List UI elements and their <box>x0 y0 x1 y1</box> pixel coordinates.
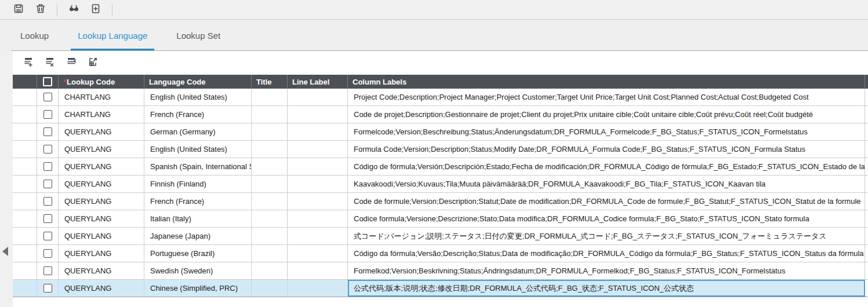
row-handle[interactable] <box>13 123 37 140</box>
row-handle[interactable] <box>13 193 37 210</box>
cell-language-code[interactable]: French (France) <box>144 106 252 123</box>
row-handle[interactable] <box>13 280 37 297</box>
row-checkbox[interactable] <box>43 162 52 171</box>
table-row[interactable]: QUERYLANG Swedish (Sweden) Formelkod;Ver… <box>13 262 868 280</box>
row-checkbox-cell[interactable] <box>37 193 59 210</box>
cell-lookup-code[interactable]: QUERYLANG <box>59 158 144 175</box>
cell-column-labels[interactable]: 公式代码;版本;说明;状态;修改日期;DR_FORMULA_公式代码;F_BG_… <box>348 280 865 297</box>
row-checkbox[interactable] <box>43 232 52 240</box>
cell-line-label[interactable] <box>288 106 348 123</box>
cell-column-labels[interactable]: Código de fórmula;Versión;Descripción;Es… <box>348 158 865 175</box>
delete-button[interactable] <box>35 4 46 16</box>
row-checkbox[interactable] <box>43 110 52 119</box>
cell-column-labels[interactable]: Code de projet;Description;Gestionnaire … <box>348 106 865 123</box>
row-checkbox-cell[interactable] <box>37 245 59 262</box>
row-checkbox[interactable] <box>43 284 52 293</box>
table-row[interactable]: QUERYLANG German (Germany) Formelcode;Ve… <box>13 123 868 141</box>
cell-language-code[interactable]: English (United States) <box>144 89 252 105</box>
row-checkbox[interactable] <box>43 197 52 206</box>
row-checkbox-cell[interactable] <box>37 89 59 105</box>
table-row[interactable]: QUERYLANG Finnish (Finland) Kaavakoodi;V… <box>13 176 868 193</box>
cell-title[interactable] <box>252 228 288 244</box>
row-handle[interactable] <box>13 158 37 175</box>
row-checkbox-cell[interactable] <box>37 280 59 297</box>
cell-language-code[interactable]: English (United States) <box>144 141 252 158</box>
cell-title[interactable] <box>252 141 288 158</box>
cell-lookup-code[interactable]: QUERYLANG <box>59 210 144 227</box>
column-header-title[interactable]: Title <box>252 75 288 89</box>
row-checkbox-cell[interactable] <box>37 210 59 227</box>
row-handle[interactable] <box>13 262 37 279</box>
cell-column-labels[interactable]: Formula Code;Version;Description;Status;… <box>348 141 865 158</box>
cell-lookup-code[interactable]: QUERYLANG <box>59 193 144 210</box>
cell-title[interactable] <box>252 106 288 123</box>
table-row[interactable]: QUERYLANG Chinese (Simplified, PRC) 公式代码… <box>13 280 868 297</box>
revert-row-button[interactable] <box>66 57 78 70</box>
cell-title[interactable] <box>252 245 288 262</box>
row-checkbox-cell[interactable] <box>37 176 59 192</box>
tab-lookup-language[interactable]: Lookup Language <box>77 20 148 51</box>
cell-column-labels[interactable]: 式コード;バージョン;説明;ステータス;日付の変更;DR_FORMULA_式コー… <box>348 228 865 244</box>
cell-title[interactable] <box>252 176 288 192</box>
row-handle[interactable] <box>13 210 37 227</box>
delete-row-button[interactable] <box>44 57 57 70</box>
row-checkbox-cell[interactable] <box>37 228 59 244</box>
row-checkbox[interactable] <box>43 145 52 154</box>
cell-column-labels[interactable]: Formelcode;Version;Beschreibung;Status;Ä… <box>348 123 865 140</box>
row-checkbox[interactable] <box>43 127 52 136</box>
cell-language-code[interactable]: Swedish (Sweden) <box>144 262 252 279</box>
cell-title[interactable] <box>252 158 288 175</box>
table-row[interactable]: QUERYLANG Portuguese (Brazil) Código da … <box>13 245 868 262</box>
table-row[interactable]: CHARTLANG English (United States) Projec… <box>13 89 868 106</box>
cell-language-code[interactable]: German (Germany) <box>144 123 252 140</box>
cell-lookup-code[interactable]: QUERYLANG <box>59 280 144 297</box>
table-row[interactable]: QUERYLANG French (France) Code de formul… <box>13 193 868 210</box>
cell-language-code[interactable]: Finnish (Finland) <box>144 176 252 192</box>
row-checkbox[interactable] <box>43 249 52 258</box>
cell-line-label[interactable] <box>288 280 348 297</box>
cell-language-code[interactable]: Italian (Italy) <box>144 210 252 227</box>
row-checkbox[interactable] <box>43 180 52 188</box>
cell-column-labels[interactable]: Kaavakoodi;Versio;Kuvaus;Tila;Muuta päiv… <box>348 176 865 192</box>
export-button[interactable] <box>87 57 100 70</box>
column-header-language-code[interactable]: Language Code <box>144 75 252 89</box>
cell-column-labels[interactable]: Formelkod;Version;Beskrivning;Status;Änd… <box>348 262 865 279</box>
cell-title[interactable] <box>252 280 288 297</box>
table-row[interactable]: QUERYLANG Japanese (Japan) 式コード;バージョン;説明… <box>13 228 868 245</box>
table-row[interactable]: QUERYLANG English (United States) Formul… <box>13 141 868 158</box>
cell-title[interactable] <box>252 193 288 210</box>
cell-column-labels[interactable]: Code de formule;Version;Description;Stat… <box>348 193 865 210</box>
cell-line-label[interactable] <box>288 245 348 262</box>
cell-lookup-code[interactable]: QUERYLANG <box>59 176 144 192</box>
find-button[interactable] <box>68 4 79 16</box>
cell-line-label[interactable] <box>288 141 348 158</box>
cell-lookup-code[interactable]: QUERYLANG <box>59 262 144 279</box>
table-row[interactable]: CHARTLANG French (France) Code de projet… <box>13 106 868 123</box>
row-checkbox[interactable] <box>43 93 52 101</box>
cell-column-labels[interactable]: Código da fórmula;Versão;Descrição;Statu… <box>348 245 865 262</box>
tab-lookup-set[interactable]: Lookup Set <box>175 20 221 51</box>
save-button[interactable] <box>13 4 24 16</box>
new-record-button[interactable] <box>90 4 101 16</box>
cell-lookup-code[interactable]: QUERYLANG <box>59 141 144 158</box>
row-checkbox[interactable] <box>43 266 52 275</box>
cell-line-label[interactable] <box>288 262 348 279</box>
cell-column-labels[interactable]: Codice formula;Versione;Descrizione;Stat… <box>348 210 865 227</box>
table-row[interactable]: QUERYLANG Italian (Italy) Codice formula… <box>13 210 868 228</box>
cell-lookup-code[interactable]: QUERYLANG <box>59 123 144 140</box>
row-checkbox-cell[interactable] <box>37 262 59 279</box>
tab-lookup[interactable]: Lookup <box>19 20 50 51</box>
cell-lookup-code[interactable]: QUERYLANG <box>59 228 144 244</box>
cell-title[interactable] <box>252 210 288 227</box>
cell-line-label[interactable] <box>288 123 348 140</box>
cell-line-label[interactable] <box>288 193 348 210</box>
cell-line-label[interactable] <box>288 89 348 105</box>
cell-title[interactable] <box>252 123 288 140</box>
cell-column-labels[interactable]: Project Code;Description;Project Manager… <box>348 89 865 105</box>
row-checkbox-cell[interactable] <box>37 158 59 175</box>
row-handle[interactable] <box>13 106 37 123</box>
select-all-checkbox[interactable] <box>43 77 52 86</box>
table-row[interactable]: QUERYLANG Spanish (Spain, International … <box>13 158 868 176</box>
cell-language-code[interactable]: Portuguese (Brazil) <box>144 245 252 262</box>
insert-row-button[interactable] <box>23 57 35 70</box>
